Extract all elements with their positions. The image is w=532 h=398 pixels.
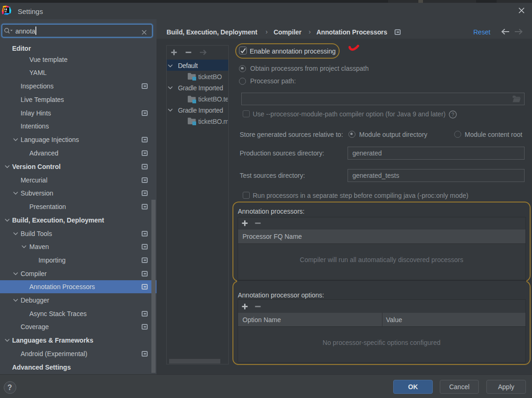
svg-text:?: ? bbox=[451, 112, 454, 117]
